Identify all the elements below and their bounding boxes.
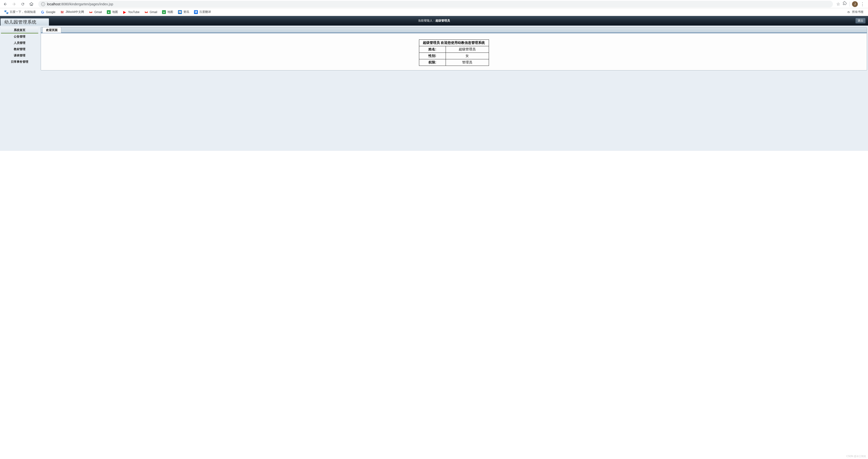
bookmark-label: 地图 (167, 10, 173, 14)
tab-strip: 欢迎页面 (41, 27, 867, 33)
bookmark-jmockit[interactable]: MJMockit中文网 (58, 9, 86, 15)
bookmark-label: Google (46, 10, 56, 14)
logout-button[interactable]: 退出 (856, 18, 866, 24)
login-user: 超级管理员 (435, 19, 450, 22)
main-panel: 欢迎页面 超级管理员 欢迎您使用幼教信息管理系统 姓名:超级管理员 性别:女 权… (41, 27, 867, 70)
table-row: 姓名:超级管理员 (419, 46, 489, 53)
table-row: 权限:管理员 (419, 59, 489, 66)
bookmark-maps-2[interactable]: ▲地图 (160, 9, 175, 15)
gmail-icon (144, 10, 148, 14)
reload-button[interactable] (20, 1, 26, 7)
bookmark-gmail-1[interactable]: Gmail (87, 9, 104, 15)
extensions-icon[interactable] (843, 1, 847, 7)
app-header: 幼儿园管理系统 当前登陆人：超级管理员 退出 (0, 16, 868, 26)
row-label: 性别: (419, 53, 445, 59)
app-title-band: 幼儿园管理系统 (0, 19, 49, 26)
folder-icon: 🗀 (847, 10, 850, 14)
news-icon: 📰 (178, 10, 182, 14)
login-label: 当前登陆人： (418, 19, 435, 22)
all-bookmarks-button[interactable]: 🗀所有书签 (845, 9, 866, 15)
bookmark-label: Gmail (94, 10, 102, 14)
sidebar-item-daily[interactable]: 日常事务管理 (1, 59, 38, 65)
bookmarks-bar: 🐾百度一下，你就知道 Google MJMockit中文网 Gmail ▲地图 … (0, 8, 868, 16)
header-right: 退出 (856, 18, 866, 24)
bookmark-star-icon[interactable]: ☆ (836, 1, 840, 7)
url-bar[interactable]: i localhost:8080/kindergarten/pages/inde… (38, 1, 833, 7)
maps-icon: ▲ (162, 10, 166, 14)
sidebar-item-personnel[interactable]: 人员管理 (1, 40, 38, 46)
bookmark-label: JMockit中文网 (66, 10, 84, 14)
row-value: 超级管理员 (445, 46, 489, 53)
sidebar-item-label: 日常事务管理 (11, 60, 28, 64)
bookmark-label: 所有书签 (852, 10, 864, 14)
bookmark-maps-1[interactable]: ▲地图 (105, 9, 120, 15)
url-path: :8080/kindergarten/pages/index.jsp (60, 2, 113, 6)
sidebar-item-label: 课表管理 (14, 54, 25, 58)
sidebar: 系统首页 公告管理 人员管理 教材管理 课表管理 日常事务管理 (1, 27, 38, 70)
header-login-info: 当前登陆人：超级管理员 (418, 16, 450, 25)
sidebar-item-announcement[interactable]: 公告管理 (1, 33, 38, 40)
menu-icon[interactable]: ⋮ (860, 1, 865, 7)
youtube-icon: ▶ (123, 10, 127, 14)
bookmark-label: YouTube (128, 10, 140, 14)
welcome-heading: 超级管理员 欢迎您使用幼教信息管理系统 (419, 40, 489, 46)
app-body: 系统首页 公告管理 人员管理 教材管理 课表管理 日常事务管理 欢迎页面 超级管… (0, 26, 868, 72)
bookmark-label: Gmail (150, 10, 157, 14)
translate-icon: 译 (194, 10, 198, 14)
sidebar-item-schedule[interactable]: 课表管理 (1, 52, 38, 59)
app-container: 幼儿园管理系统 当前登陆人：超级管理员 退出 系统首页 公告管理 人员管理 教材… (0, 16, 868, 151)
sidebar-item-label: 教材管理 (14, 47, 25, 51)
tab-label: 欢迎页面 (46, 28, 58, 32)
url-text: localhost:8080/kindergarten/pages/index.… (47, 2, 113, 6)
bookmark-baidu[interactable]: 🐾百度一下，你就知道 (2, 9, 38, 15)
bookmark-label: 资讯 (183, 10, 189, 14)
row-label: 姓名: (419, 46, 445, 53)
row-value: 管理员 (445, 59, 489, 66)
baidu-icon: 🐾 (4, 10, 8, 14)
toolbar-right: ☆ J ⋮ (836, 1, 866, 7)
welcome-table: 超级管理员 欢迎您使用幼教信息管理系统 姓名:超级管理员 性别:女 权限:管理员 (419, 39, 489, 66)
row-value: 女 (445, 53, 489, 59)
bookmark-news[interactable]: 📰资讯 (176, 9, 191, 15)
bookmarks-left: 🐾百度一下，你就知道 Google MJMockit中文网 Gmail ▲地图 … (2, 9, 213, 15)
bookmark-gmail-2[interactable]: Gmail (143, 9, 159, 15)
bookmark-youtube[interactable]: ▶YouTube (121, 9, 142, 15)
forward-button[interactable] (11, 1, 18, 7)
sidebar-item-materials[interactable]: 教材管理 (1, 46, 38, 52)
maps-icon: ▲ (107, 10, 111, 14)
url-host: localhost (47, 2, 60, 6)
browser-toolbar: i localhost:8080/kindergarten/pages/inde… (0, 0, 868, 8)
sidebar-item-label: 公告管理 (14, 35, 25, 39)
bookmark-translate[interactable]: 译百度翻译 (192, 9, 213, 15)
sidebar-item-label: 系统首页 (14, 28, 25, 32)
back-button[interactable] (2, 1, 9, 7)
bookmark-google[interactable]: Google (39, 9, 57, 15)
app-logo: 幼儿园管理系统 (4, 19, 37, 25)
site-info-icon[interactable]: i (41, 2, 45, 6)
gmail-icon (89, 10, 93, 14)
sidebar-item-home[interactable]: 系统首页 (1, 27, 38, 33)
profile-avatar[interactable]: J (852, 1, 858, 7)
table-row: 性别:女 (419, 53, 489, 59)
home-button[interactable] (28, 1, 35, 7)
jmockit-icon: M (60, 10, 64, 14)
google-icon (41, 10, 44, 14)
tab-welcome[interactable]: 欢迎页面 (42, 27, 61, 33)
row-label: 权限: (419, 59, 445, 66)
bookmark-label: 地图 (112, 10, 118, 14)
bookmark-label: 百度翻译 (199, 10, 211, 14)
panel-content: 超级管理员 欢迎您使用幼教信息管理系统 姓名:超级管理员 性别:女 权限:管理员 (41, 33, 867, 70)
bookmark-label: 百度一下，你就知道 (10, 10, 36, 14)
sidebar-item-label: 人员管理 (14, 41, 25, 45)
